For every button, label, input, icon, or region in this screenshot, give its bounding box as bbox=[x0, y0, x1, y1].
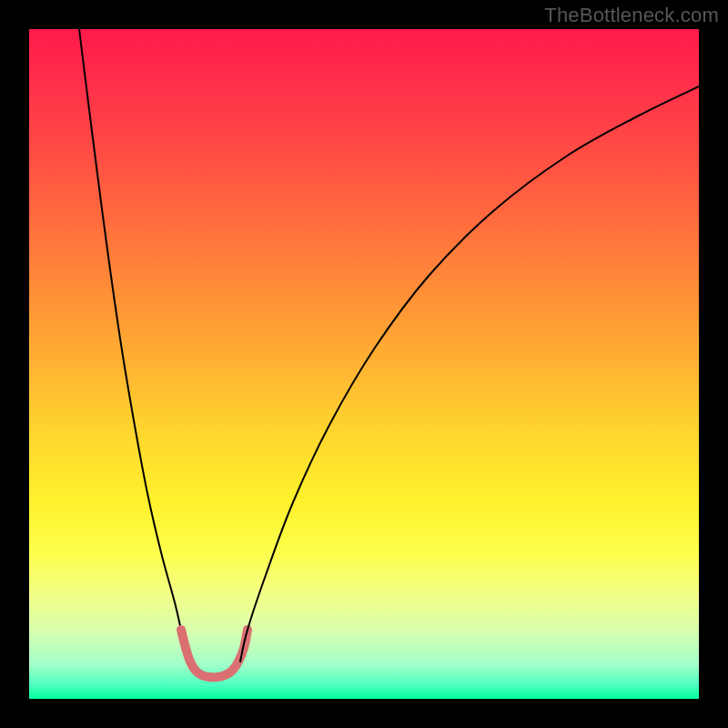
watermark-text: TheBottleneck.com bbox=[544, 4, 719, 27]
chart-container: TheBottleneck.com bbox=[0, 0, 728, 728]
curve-overlay bbox=[29, 29, 699, 699]
curve-left-branch bbox=[79, 29, 189, 662]
plot-area bbox=[29, 29, 699, 699]
curve-bottom-salmon bbox=[181, 630, 248, 677]
curve-right-branch bbox=[240, 86, 699, 662]
